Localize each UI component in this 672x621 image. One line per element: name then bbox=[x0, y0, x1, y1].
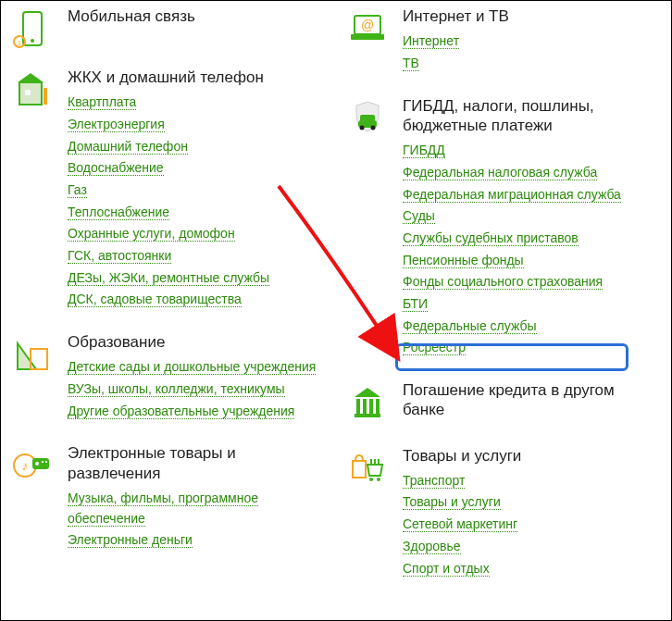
svg-rect-26 bbox=[363, 399, 367, 414]
laptop-icon: @ bbox=[347, 6, 403, 47]
svg-rect-27 bbox=[369, 399, 373, 414]
link-item[interactable]: Электронные деньги bbox=[68, 532, 193, 548]
svg-rect-6 bbox=[25, 90, 31, 95]
svg-marker-8 bbox=[18, 343, 36, 369]
link-item[interactable]: Домашний телефон bbox=[68, 139, 188, 155]
svg-rect-20 bbox=[360, 115, 375, 122]
category-electronics: ♪ Электронные товары и развлечения Музык… bbox=[12, 443, 325, 553]
category-title[interactable]: Товары и услуги bbox=[403, 446, 660, 466]
link-rosreestr[interactable]: Росреестр bbox=[403, 340, 466, 355]
link-item[interactable]: Федеральная миграционная служба bbox=[403, 187, 621, 203]
link-item[interactable]: Газ bbox=[68, 182, 87, 198]
link-item[interactable]: ГСК, автостоянки bbox=[68, 248, 171, 264]
svg-rect-7 bbox=[44, 88, 47, 105]
bank-icon bbox=[347, 380, 403, 421]
link-item[interactable]: Детские сады и дошкольные учреждения bbox=[68, 359, 316, 375]
link-item[interactable]: Спорт и отдых bbox=[403, 561, 490, 577]
link-item[interactable]: Транспорт bbox=[403, 473, 465, 489]
link-item[interactable]: Федеральные службы bbox=[403, 318, 537, 334]
category-internet: @ Интернет и ТВ Интернет ТВ bbox=[347, 6, 660, 76]
category-title[interactable]: ЖКХ и домашний телефон bbox=[68, 68, 325, 87]
right-column: @ Интернет и ТВ Интернет ТВ bbox=[342, 6, 660, 601]
link-item[interactable]: ДЕЗы, ЖЭКи, ремонтные службы bbox=[68, 270, 269, 286]
link-item[interactable]: Фонды социального страхования bbox=[403, 274, 603, 290]
svg-point-34 bbox=[377, 478, 380, 481]
svg-rect-17 bbox=[351, 34, 384, 40]
link-item[interactable]: Пенсионные фонды bbox=[403, 253, 524, 268]
phone-icon: 1 bbox=[12, 6, 68, 47]
category-title[interactable]: Погашение кредита в другом банке bbox=[403, 380, 660, 420]
link-item[interactable]: Здоровье bbox=[403, 539, 461, 554]
link-item[interactable]: Суды bbox=[403, 208, 435, 224]
link-item[interactable]: Теплоснабжение bbox=[68, 205, 169, 220]
link-item[interactable]: ДСК, садовые товарищества bbox=[68, 292, 242, 307]
category-mobile: 1 Мобильная связь bbox=[12, 6, 325, 47]
cart-icon bbox=[347, 446, 403, 487]
media-icon: ♪ bbox=[12, 443, 68, 484]
link-item[interactable]: Другие образовательные учреждения bbox=[68, 404, 294, 419]
category-loan: Погашение кредита в другом банке bbox=[347, 380, 660, 426]
category-title[interactable]: Интернет и ТВ bbox=[403, 6, 660, 26]
svg-point-22 bbox=[371, 125, 376, 130]
house-icon bbox=[12, 68, 68, 108]
education-icon bbox=[12, 332, 68, 373]
svg-rect-24 bbox=[355, 414, 380, 417]
link-item[interactable]: ВУЗы, школы, колледжи, техникумы bbox=[68, 381, 285, 397]
svg-text:1: 1 bbox=[18, 39, 22, 47]
svg-marker-5 bbox=[18, 73, 44, 82]
left-column: 1 Мобильная связь ЖКХ и домашний телефон bbox=[12, 6, 342, 601]
link-item[interactable]: БТИ bbox=[403, 296, 428, 312]
link-item[interactable]: Службы судебных приставов bbox=[403, 230, 579, 246]
link-item[interactable]: Водоснабжение bbox=[68, 160, 164, 176]
svg-point-1 bbox=[31, 39, 34, 43]
category-title[interactable]: Образование bbox=[68, 332, 325, 352]
svg-text:@: @ bbox=[361, 18, 374, 32]
link-item[interactable]: ГИБДД bbox=[403, 143, 445, 158]
link-item[interactable]: Охранные услуги, домофон bbox=[68, 226, 235, 242]
link-item[interactable]: Товары и услуги bbox=[403, 494, 501, 510]
svg-point-33 bbox=[369, 478, 373, 481]
svg-point-13 bbox=[35, 462, 39, 466]
svg-rect-14 bbox=[42, 461, 44, 463]
link-item[interactable]: Электроэнергия bbox=[68, 117, 165, 132]
svg-marker-23 bbox=[355, 388, 380, 397]
svg-text:♪: ♪ bbox=[22, 458, 29, 473]
svg-rect-15 bbox=[45, 461, 47, 463]
svg-rect-12 bbox=[32, 458, 49, 469]
link-item[interactable]: Федеральная налоговая служба bbox=[403, 165, 597, 180]
link-item[interactable]: Интернет bbox=[403, 33, 459, 49]
category-title[interactable]: ГИБДД, налоги, пошлины, бюджетные платеж… bbox=[403, 96, 660, 136]
category-government: ГИБДД, налоги, пошлины, бюджетные платеж… bbox=[347, 96, 660, 360]
svg-point-21 bbox=[360, 125, 365, 130]
category-education: Образование Детские сады и дошкольные уч… bbox=[12, 332, 325, 423]
svg-rect-25 bbox=[356, 399, 360, 414]
gov-icon bbox=[347, 96, 403, 137]
category-title[interactable]: Электронные товары и развлечения bbox=[68, 443, 325, 483]
link-item[interactable]: Сетевой маркетинг bbox=[403, 516, 517, 532]
link-item[interactable]: Квартплата bbox=[68, 94, 136, 110]
category-utilities: ЖКХ и домашний телефон Квартплата Электр… bbox=[12, 68, 325, 312]
category-goods: Товары и услуги Транспорт Товары и услуг… bbox=[347, 446, 660, 581]
category-title[interactable]: Мобильная связь bbox=[68, 6, 325, 26]
link-item[interactable]: Музыка, фильмы, программное обеспечение bbox=[68, 491, 258, 527]
svg-rect-28 bbox=[376, 399, 380, 414]
svg-rect-29 bbox=[353, 461, 366, 478]
link-item[interactable]: ТВ bbox=[403, 56, 419, 71]
